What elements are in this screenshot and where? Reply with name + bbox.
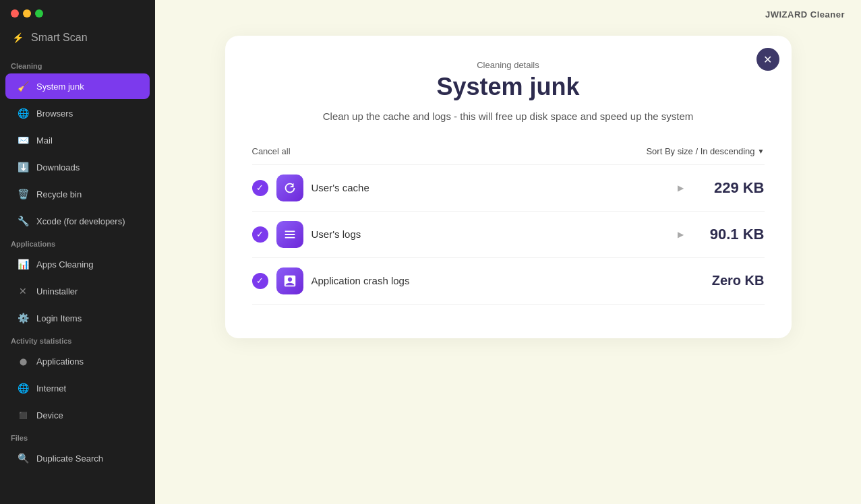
- users-cache-expand-button[interactable]: ▶: [678, 183, 684, 193]
- applications-section-label: Applications: [0, 234, 155, 251]
- sidebar-item-device[interactable]: ⬛ Device: [5, 402, 150, 428]
- checkbox-crash-logs[interactable]: ✓: [252, 273, 268, 289]
- main-content: JWIZARD Cleaner ✕ Cleaning details Syste…: [155, 0, 861, 504]
- sidebar-item-browsers[interactable]: 🌐 Browsers: [5, 100, 150, 126]
- sidebar-item-activity-applications[interactable]: ⬤ Applications: [5, 348, 150, 374]
- list-item-users-logs: ✓ User's logs ▶ 90.1 KB: [252, 211, 765, 257]
- sidebar-item-smart-scan[interactable]: ⚡ Smart Scan: [0, 24, 155, 51]
- logs-icon: [283, 227, 297, 242]
- maximize-window-button[interactable]: [35, 9, 43, 18]
- smart-scan-icon: ⚡: [11, 31, 24, 44]
- card-subtitle: Cleaning details: [252, 60, 765, 70]
- crash-logs-size: Zero KB: [697, 273, 765, 288]
- users-cache-size: 229 KB: [697, 179, 765, 197]
- sidebar: ⚡ Smart Scan Cleaning 🧹 System junk 🌐 Br…: [0, 0, 155, 504]
- cleaning-section-label: Cleaning: [0, 57, 155, 73]
- apps-cleaning-label: Apps Cleaning: [36, 259, 94, 270]
- card-title: System junk: [252, 73, 765, 101]
- internet-icon: 🌐: [16, 381, 30, 395]
- users-logs-size: 90.1 KB: [697, 226, 765, 243]
- sidebar-item-system-junk[interactable]: 🧹 System junk: [5, 73, 150, 99]
- checkbox-users-logs[interactable]: ✓: [252, 226, 268, 243]
- duplicate-search-label: Duplicate Search: [36, 453, 103, 464]
- uninstaller-label: Uninstaller: [36, 286, 78, 296]
- cancel-all-button[interactable]: Cancel all: [252, 146, 291, 156]
- users-cache-icon-box: [276, 175, 303, 201]
- activity-apps-label: Applications: [36, 356, 84, 367]
- system-junk-icon: 🧹: [16, 80, 30, 93]
- crash-icon: [283, 274, 297, 288]
- duplicate-search-icon: 🔍: [16, 451, 30, 465]
- internet-label: Internet: [36, 383, 66, 393]
- users-logs-icon-box: [276, 221, 303, 248]
- device-label: Device: [36, 410, 63, 420]
- crash-logs-label: Application crash logs: [311, 275, 689, 286]
- activity-section-label: Activity statistics: [0, 332, 155, 348]
- titlebar: [0, 0, 155, 24]
- cache-icon: [283, 181, 297, 195]
- login-items-icon: ⚙️: [16, 311, 30, 325]
- xcode-icon: 🔧: [16, 214, 30, 228]
- close-window-button[interactable]: [11, 9, 19, 18]
- sidebar-item-mail[interactable]: ✉️ Mail: [5, 127, 150, 153]
- list-item-users-cache: ✓ User's cache ▶ 229 KB: [252, 164, 765, 211]
- sidebar-item-login-items[interactable]: ⚙️ Login Items: [5, 305, 150, 331]
- activity-apps-icon: ⬤: [16, 354, 30, 368]
- content-area: ✕ Cleaning details System junk Clean up …: [155, 29, 861, 504]
- checkbox-users-cache[interactable]: ✓: [252, 180, 268, 196]
- downloads-label: Downloads: [36, 162, 80, 172]
- sidebar-item-downloads[interactable]: ⬇️ Downloads: [5, 154, 150, 180]
- recycle-bin-icon: 🗑️: [16, 187, 30, 201]
- apps-cleaning-icon: 📊: [16, 257, 30, 271]
- list-header: Cancel all Sort By size / In descending …: [252, 146, 765, 156]
- smart-scan-label: Smart Scan: [31, 32, 88, 44]
- sidebar-item-apps-cleaning[interactable]: 📊 Apps Cleaning: [5, 251, 150, 277]
- list-item-crash-logs: ✓ Application crash logs Zero KB: [252, 257, 765, 305]
- sidebar-item-duplicate-search[interactable]: 🔍 Duplicate Search: [5, 445, 150, 471]
- sort-label: Sort By size / In descending: [646, 146, 754, 156]
- sidebar-item-recycle-bin[interactable]: 🗑️ Recycle bin: [5, 181, 150, 207]
- minimize-window-button[interactable]: [23, 9, 31, 18]
- login-items-label: Login Items: [36, 313, 82, 323]
- sidebar-item-uninstaller[interactable]: ✕ Uninstaller: [5, 278, 150, 304]
- files-section-label: Files: [0, 429, 155, 445]
- system-junk-label: System junk: [36, 82, 84, 92]
- users-logs-label: User's logs: [311, 228, 670, 240]
- cleaning-details-card: ✕ Cleaning details System junk Clean up …: [225, 36, 792, 338]
- users-cache-label: User's cache: [311, 182, 670, 193]
- card-description: Clean up the cache and logs - this will …: [252, 109, 765, 125]
- mail-label: Mail: [36, 135, 53, 146]
- sort-control-button[interactable]: Sort By size / In descending ▼: [646, 146, 764, 156]
- device-icon: ⬛: [16, 408, 30, 422]
- xcode-label: Xcode (for developers): [36, 216, 125, 226]
- sidebar-item-internet[interactable]: 🌐 Internet: [5, 375, 150, 401]
- close-card-button[interactable]: ✕: [756, 48, 779, 71]
- browsers-icon: 🌐: [16, 106, 30, 120]
- app-title: JWIZARD Cleaner: [765, 9, 845, 20]
- uninstaller-icon: ✕: [16, 284, 30, 298]
- traffic-lights: [11, 9, 43, 18]
- recycle-bin-label: Recycle bin: [36, 189, 82, 199]
- sidebar-item-xcode[interactable]: 🔧 Xcode (for developers): [5, 208, 150, 234]
- mail-icon: ✉️: [16, 133, 30, 147]
- downloads-icon: ⬇️: [16, 160, 30, 174]
- sort-caret-icon: ▼: [758, 148, 765, 155]
- crash-logs-icon-box: [276, 267, 303, 294]
- top-bar: JWIZARD Cleaner: [155, 0, 861, 29]
- users-logs-expand-button[interactable]: ▶: [678, 230, 684, 239]
- browsers-label: Browsers: [36, 108, 73, 119]
